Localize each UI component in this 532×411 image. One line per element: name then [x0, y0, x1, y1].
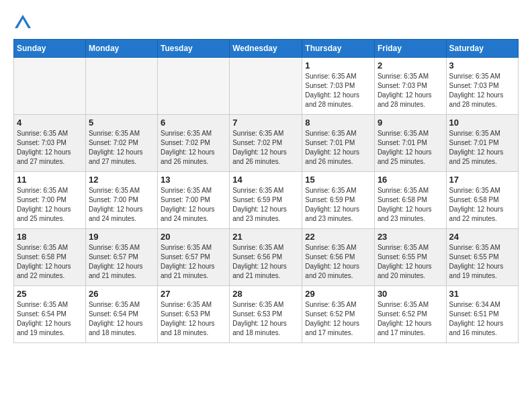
day-number: 3 — [449, 60, 515, 71]
calendar-header-thursday: Thursday — [302, 40, 375, 58]
day-info: Sunrise: 6:35 AM Sunset: 6:54 PM Dayligh… — [17, 300, 83, 338]
day-number: 13 — [161, 175, 226, 185]
calendar-cell — [14, 58, 86, 115]
calendar-week-row-5: 25Sunrise: 6:35 AM Sunset: 6:54 PM Dayli… — [14, 286, 519, 343]
calendar-table: SundayMondayTuesdayWednesdayThursdayFrid… — [13, 39, 519, 343]
calendar-cell: 26Sunrise: 6:35 AM Sunset: 6:54 PM Dayli… — [85, 286, 157, 343]
day-info: Sunrise: 6:34 AM Sunset: 6:51 PM Dayligh… — [449, 300, 515, 338]
day-info: Sunrise: 6:35 AM Sunset: 7:01 PM Dayligh… — [449, 129, 515, 167]
day-number: 28 — [232, 289, 299, 299]
calendar-week-row-2: 4Sunrise: 6:35 AM Sunset: 7:03 PM Daylig… — [14, 115, 519, 172]
logo — [13, 13, 35, 32]
calendar-cell: 25Sunrise: 6:35 AM Sunset: 6:54 PM Dayli… — [14, 286, 86, 343]
calendar-cell: 29Sunrise: 6:35 AM Sunset: 6:52 PM Dayli… — [302, 286, 375, 343]
calendar-cell: 7Sunrise: 6:35 AM Sunset: 7:02 PM Daylig… — [230, 115, 302, 172]
calendar-cell: 28Sunrise: 6:35 AM Sunset: 6:53 PM Dayli… — [230, 286, 302, 343]
calendar-week-row-4: 18Sunrise: 6:35 AM Sunset: 6:58 PM Dayli… — [14, 229, 519, 286]
calendar-cell: 9Sunrise: 6:35 AM Sunset: 7:01 PM Daylig… — [374, 115, 446, 172]
calendar-cell: 18Sunrise: 6:35 AM Sunset: 6:58 PM Dayli… — [14, 229, 86, 286]
calendar-cell: 1Sunrise: 6:35 AM Sunset: 7:03 PM Daylig… — [302, 58, 375, 115]
calendar-cell: 8Sunrise: 6:35 AM Sunset: 7:01 PM Daylig… — [302, 115, 375, 172]
day-number: 18 — [17, 232, 83, 242]
day-number: 10 — [449, 118, 515, 128]
calendar-week-row-3: 11Sunrise: 6:35 AM Sunset: 7:00 PM Dayli… — [14, 172, 519, 229]
day-info: Sunrise: 6:35 AM Sunset: 7:03 PM Dayligh… — [305, 72, 371, 109]
day-number: 2 — [378, 60, 443, 71]
calendar-cell: 16Sunrise: 6:35 AM Sunset: 6:58 PM Dayli… — [374, 172, 446, 229]
day-number: 11 — [17, 175, 83, 185]
calendar-cell — [230, 58, 302, 115]
calendar-cell: 27Sunrise: 6:35 AM Sunset: 6:53 PM Dayli… — [158, 286, 230, 343]
day-number: 24 — [449, 232, 515, 242]
day-number: 27 — [161, 289, 226, 299]
day-number: 15 — [305, 175, 371, 185]
calendar-cell: 13Sunrise: 6:35 AM Sunset: 7:00 PM Dayli… — [158, 172, 230, 229]
calendar-cell: 21Sunrise: 6:35 AM Sunset: 6:56 PM Dayli… — [230, 229, 302, 286]
day-info: Sunrise: 6:35 AM Sunset: 7:03 PM Dayligh… — [378, 72, 443, 109]
day-number: 23 — [378, 232, 443, 242]
day-info: Sunrise: 6:35 AM Sunset: 6:57 PM Dayligh… — [89, 243, 154, 281]
logo-icon — [13, 13, 32, 32]
calendar-cell: 31Sunrise: 6:34 AM Sunset: 6:51 PM Dayli… — [446, 286, 518, 343]
day-number: 17 — [449, 175, 515, 185]
calendar-cell: 15Sunrise: 6:35 AM Sunset: 6:59 PM Dayli… — [302, 172, 375, 229]
day-info: Sunrise: 6:35 AM Sunset: 7:02 PM Dayligh… — [89, 129, 154, 167]
calendar-cell: 22Sunrise: 6:35 AM Sunset: 6:56 PM Dayli… — [302, 229, 375, 286]
day-info: Sunrise: 6:35 AM Sunset: 6:54 PM Dayligh… — [89, 300, 154, 338]
calendar-cell: 23Sunrise: 6:35 AM Sunset: 6:55 PM Dayli… — [374, 229, 446, 286]
day-number: 4 — [17, 118, 83, 128]
calendar-cell: 4Sunrise: 6:35 AM Sunset: 7:03 PM Daylig… — [14, 115, 86, 172]
day-info: Sunrise: 6:35 AM Sunset: 6:57 PM Dayligh… — [161, 243, 226, 281]
day-number: 1 — [305, 60, 371, 71]
day-info: Sunrise: 6:35 AM Sunset: 6:55 PM Dayligh… — [449, 243, 515, 281]
day-number: 29 — [305, 289, 371, 299]
day-info: Sunrise: 6:35 AM Sunset: 6:59 PM Dayligh… — [232, 186, 299, 224]
day-info: Sunrise: 6:35 AM Sunset: 6:55 PM Dayligh… — [378, 243, 443, 281]
calendar-cell: 11Sunrise: 6:35 AM Sunset: 7:00 PM Dayli… — [14, 172, 86, 229]
calendar-cell: 3Sunrise: 6:35 AM Sunset: 7:03 PM Daylig… — [446, 58, 518, 115]
day-number: 30 — [378, 289, 443, 299]
calendar-header-tuesday: Tuesday — [158, 40, 230, 58]
day-number: 26 — [89, 289, 154, 299]
day-info: Sunrise: 6:35 AM Sunset: 7:02 PM Dayligh… — [161, 129, 226, 167]
day-number: 20 — [161, 232, 226, 242]
day-number: 8 — [305, 118, 371, 128]
day-number: 9 — [378, 118, 443, 128]
day-info: Sunrise: 6:35 AM Sunset: 7:00 PM Dayligh… — [161, 186, 226, 224]
day-number: 21 — [232, 232, 299, 242]
day-info: Sunrise: 6:35 AM Sunset: 6:56 PM Dayligh… — [305, 243, 371, 281]
calendar-header-row: SundayMondayTuesdayWednesdayThursdayFrid… — [14, 40, 519, 58]
calendar-cell: 24Sunrise: 6:35 AM Sunset: 6:55 PM Dayli… — [446, 229, 518, 286]
calendar-cell: 30Sunrise: 6:35 AM Sunset: 6:52 PM Dayli… — [374, 286, 446, 343]
day-info: Sunrise: 6:35 AM Sunset: 6:58 PM Dayligh… — [378, 186, 443, 224]
day-info: Sunrise: 6:35 AM Sunset: 6:53 PM Dayligh… — [232, 300, 299, 338]
calendar-cell: 14Sunrise: 6:35 AM Sunset: 6:59 PM Dayli… — [230, 172, 302, 229]
calendar-week-row-1: 1Sunrise: 6:35 AM Sunset: 7:03 PM Daylig… — [14, 58, 519, 115]
day-number: 25 — [17, 289, 83, 299]
calendar-cell: 20Sunrise: 6:35 AM Sunset: 6:57 PM Dayli… — [158, 229, 230, 286]
day-info: Sunrise: 6:35 AM Sunset: 7:02 PM Dayligh… — [232, 129, 299, 167]
day-number: 19 — [89, 232, 154, 242]
day-number: 5 — [89, 118, 154, 128]
day-info: Sunrise: 6:35 AM Sunset: 6:56 PM Dayligh… — [232, 243, 299, 281]
calendar-header-saturday: Saturday — [446, 40, 518, 58]
day-number: 31 — [449, 289, 515, 299]
calendar-header-monday: Monday — [85, 40, 157, 58]
day-info: Sunrise: 6:35 AM Sunset: 7:01 PM Dayligh… — [305, 129, 371, 167]
day-number: 22 — [305, 232, 371, 242]
day-number: 7 — [232, 118, 299, 128]
day-info: Sunrise: 6:35 AM Sunset: 7:03 PM Dayligh… — [449, 72, 515, 109]
calendar-cell: 12Sunrise: 6:35 AM Sunset: 7:00 PM Dayli… — [85, 172, 157, 229]
calendar-cell: 6Sunrise: 6:35 AM Sunset: 7:02 PM Daylig… — [158, 115, 230, 172]
day-info: Sunrise: 6:35 AM Sunset: 6:58 PM Dayligh… — [17, 243, 83, 281]
calendar-cell: 10Sunrise: 6:35 AM Sunset: 7:01 PM Dayli… — [446, 115, 518, 172]
day-info: Sunrise: 6:35 AM Sunset: 7:00 PM Dayligh… — [17, 186, 83, 224]
calendar-header-friday: Friday — [374, 40, 446, 58]
day-info: Sunrise: 6:35 AM Sunset: 6:53 PM Dayligh… — [161, 300, 226, 338]
day-number: 6 — [161, 118, 226, 128]
page-header — [13, 13, 519, 32]
calendar-header-wednesday: Wednesday — [230, 40, 302, 58]
day-info: Sunrise: 6:35 AM Sunset: 6:59 PM Dayligh… — [305, 186, 371, 224]
calendar-cell: 19Sunrise: 6:35 AM Sunset: 6:57 PM Dayli… — [85, 229, 157, 286]
calendar-header-sunday: Sunday — [14, 40, 86, 58]
